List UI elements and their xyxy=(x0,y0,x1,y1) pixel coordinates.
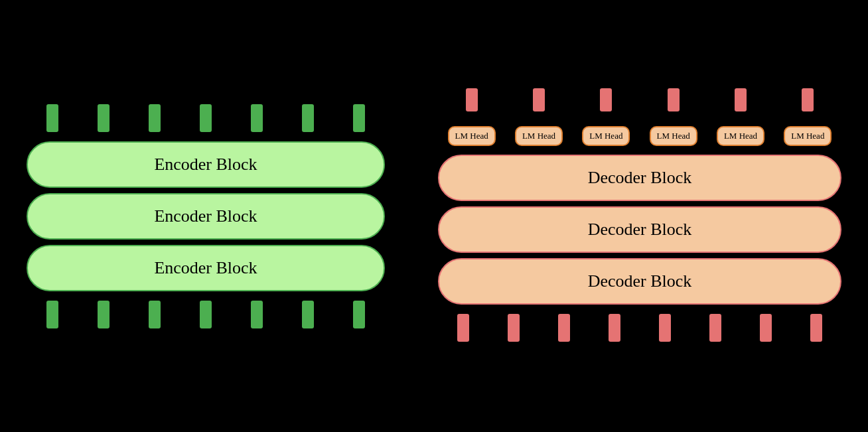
decoder-out-token-4 xyxy=(668,88,680,111)
encoder-bottom-token-3 xyxy=(149,301,161,328)
decoder-out-token-2 xyxy=(533,88,545,111)
decoder-bottom-token-6 xyxy=(709,314,721,342)
encoder-top-token-3 xyxy=(149,104,161,132)
encoder-top-token-5 xyxy=(251,104,263,132)
lm-head-row: LM Head LM Head LM Head LM Head LM Head … xyxy=(431,118,848,155)
encoder-side: Encoder Block Encoder Block Encoder Bloc… xyxy=(0,0,411,432)
decoder-bottom-token-8 xyxy=(810,314,822,342)
encoder-top-token-4 xyxy=(200,104,212,132)
encoder-top-tokens xyxy=(20,95,392,141)
lm-head-5: LM Head xyxy=(717,126,764,146)
decoder-bottom-token-4 xyxy=(609,314,620,342)
decoder-blocks: Decoder Block Decoder Block Decoder Bloc… xyxy=(431,155,848,305)
encoder-top-token-6 xyxy=(302,104,314,132)
lm-head-6: LM Head xyxy=(784,126,832,146)
decoder-out-token-6 xyxy=(802,88,814,111)
encoder-bottom-token-4 xyxy=(200,301,212,328)
decoder-block-2: Decoder Block xyxy=(438,206,841,253)
encoder-block-1: Encoder Block xyxy=(27,141,385,188)
decoder-block-1: Decoder Block xyxy=(438,155,841,201)
decoder-out-token-3 xyxy=(600,88,612,111)
lm-head-2: LM Head xyxy=(515,126,563,146)
lm-head-1: LM Head xyxy=(448,126,496,146)
encoder-bottom-token-7 xyxy=(353,301,365,328)
decoder-bottom-token-5 xyxy=(659,314,671,342)
encoder-block-2: Encoder Block xyxy=(27,193,385,240)
decoder-top-output-tokens xyxy=(431,82,848,118)
decoder-block-3: Decoder Block xyxy=(438,258,841,305)
encoder-blocks: Encoder Block Encoder Block Encoder Bloc… xyxy=(20,141,392,291)
encoder-top-token-7 xyxy=(353,104,365,132)
decoder-out-token-1 xyxy=(466,88,478,111)
encoder-bottom-token-1 xyxy=(46,301,58,328)
encoder-top-token-2 xyxy=(98,104,109,132)
encoder-bottom-token-2 xyxy=(98,301,109,328)
decoder-bottom-token-3 xyxy=(558,314,570,342)
encoder-block-3: Encoder Block xyxy=(27,245,385,291)
lm-head-3: LM Head xyxy=(582,126,630,146)
encoder-bottom-token-5 xyxy=(251,301,263,328)
encoder-top-token-1 xyxy=(46,104,58,132)
decoder-bottom-tokens xyxy=(431,305,848,351)
encoder-bottom-token-6 xyxy=(302,301,314,328)
decoder-bottom-token-2 xyxy=(508,314,520,342)
encoder-bottom-tokens xyxy=(20,291,392,338)
decoder-side: LM Head LM Head LM Head LM Head LM Head … xyxy=(411,0,868,432)
lm-head-4: LM Head xyxy=(650,126,697,146)
decoder-bottom-token-7 xyxy=(760,314,772,342)
decoder-out-token-5 xyxy=(735,88,747,111)
decoder-bottom-token-1 xyxy=(457,314,469,342)
diagram-container: Encoder Block Encoder Block Encoder Bloc… xyxy=(0,0,868,432)
